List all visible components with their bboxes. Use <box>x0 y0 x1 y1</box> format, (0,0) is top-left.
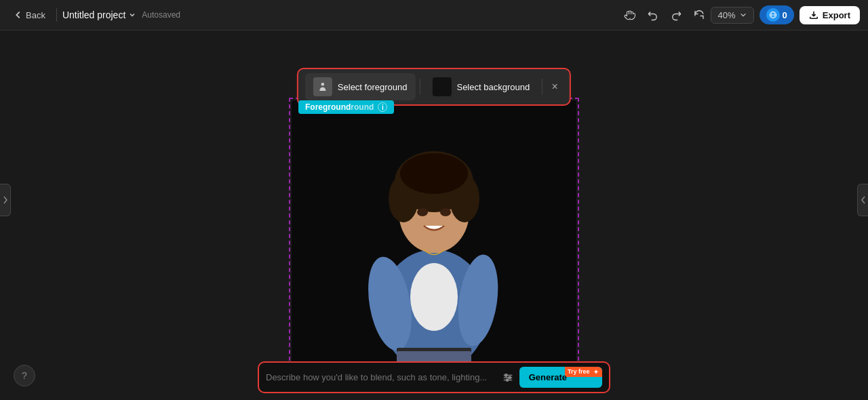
autosaved-status: Autosaved <box>142 10 180 20</box>
background-thumbnail <box>432 77 451 96</box>
back-label: Back <box>26 10 45 20</box>
try-free-badge: Try free <box>565 367 602 377</box>
chevron-down-icon <box>128 11 136 19</box>
help-button[interactable]: ? <box>14 365 35 386</box>
undo-icon[interactable] <box>647 9 659 21</box>
close-toolbar-button[interactable]: × <box>547 79 563 95</box>
person-icon <box>317 81 329 93</box>
svg-point-14 <box>400 153 468 194</box>
generate-label: Generate <box>529 372 567 382</box>
adjust-icon[interactable] <box>502 372 514 384</box>
svg-point-16 <box>440 208 451 216</box>
project-name[interactable]: Untitled project <box>62 9 136 20</box>
toolbar-divider-2 <box>542 79 542 95</box>
person-svg <box>292 100 576 365</box>
refresh-icon[interactable] <box>693 9 705 21</box>
zoom-chevron-icon <box>740 12 747 18</box>
notif-circle <box>766 8 780 22</box>
export-button[interactable]: Export <box>800 6 860 24</box>
redo-icon[interactable] <box>670 9 682 21</box>
right-panel-toggle[interactable] <box>857 184 868 216</box>
select-foreground-button[interactable]: Select foreground <box>305 73 416 100</box>
image-canvas[interactable]: Foreground intensity Low High <box>292 100 576 365</box>
chevron-right-icon <box>3 195 8 205</box>
canvas-image: Foreground intensity Low High <box>292 100 576 365</box>
sliders-icon <box>502 372 514 384</box>
topbar-divider <box>56 8 57 22</box>
toolbar-divider <box>419 79 420 95</box>
svg-point-23 <box>509 376 511 379</box>
fg-tag-label: Foregroundround <box>305 102 374 112</box>
left-panel-toggle[interactable] <box>0 184 11 216</box>
person-thumbnail <box>313 77 332 96</box>
sparkle-icon <box>593 369 599 376</box>
svg-point-6 <box>410 263 458 331</box>
topbar: Back Untitled project Autosaved 40% 0 Ex… <box>0 0 868 31</box>
canvas-area: Select foreground Select background × Fo… <box>0 31 868 400</box>
foreground-tag: Foregroundround i <box>298 100 394 114</box>
svg-point-24 <box>506 378 509 381</box>
svg-point-3 <box>321 83 325 86</box>
select-background-button[interactable]: Select background <box>424 73 538 100</box>
select-background-label: Select background <box>456 82 530 92</box>
export-icon <box>809 10 818 20</box>
generate-button[interactable]: Generate Try free <box>519 367 602 388</box>
prompt-bar: Generate Try free <box>258 361 610 393</box>
svg-point-15 <box>417 208 428 216</box>
topbar-tools <box>624 9 705 21</box>
info-icon[interactable]: i <box>378 102 387 112</box>
svg-point-22 <box>505 374 507 376</box>
select-foreground-label: Select foreground <box>338 82 408 92</box>
globe-icon <box>769 11 777 19</box>
notifications-button[interactable]: 0 <box>760 5 794 24</box>
back-button[interactable]: Back <box>8 7 51 23</box>
zoom-control[interactable]: 40% <box>711 7 754 24</box>
prompt-input[interactable] <box>266 372 496 382</box>
hand-tool-icon[interactable] <box>624 9 636 21</box>
chevron-left-icon <box>861 195 866 205</box>
